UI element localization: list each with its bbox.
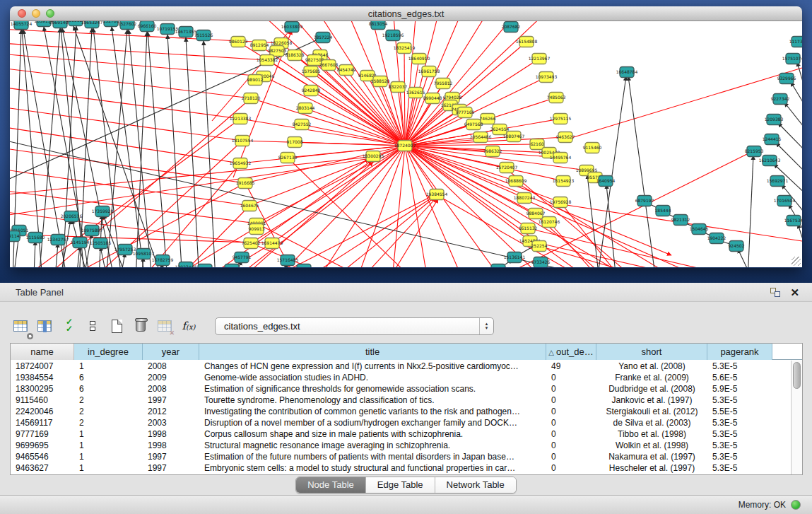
graph-node[interactable]: 6497568 <box>464 119 483 130</box>
graph-node[interactable]: 12213967 <box>529 54 551 64</box>
graph-edge[interactable] <box>389 199 438 267</box>
table-cell[interactable]: 0 <box>546 451 596 462</box>
table-cell[interactable]: 0 <box>546 395 596 406</box>
close-panel-icon[interactable]: ✕ <box>790 287 799 298</box>
graph-edge[interactable] <box>404 48 405 146</box>
graph-node[interactable]: 62160 <box>530 139 544 150</box>
graph-node[interactable]: 1117304 <box>789 37 802 47</box>
graph-edge[interactable] <box>357 146 405 267</box>
table-cell[interactable]: 1 <box>74 440 143 451</box>
graph-node[interactable]: 9463627 <box>556 132 575 143</box>
graph-node[interactable]: 9860123 <box>229 37 248 47</box>
graph-node[interactable]: 1145194 <box>71 238 90 248</box>
graph-node[interactable]: 175432 <box>490 264 507 268</box>
graph-edge[interactable] <box>606 185 616 267</box>
table-cell[interactable]: 6 <box>74 383 143 395</box>
graph-edge[interactable] <box>55 243 58 267</box>
graph-edge[interactable] <box>569 68 802 139</box>
graph-edge[interactable] <box>204 41 216 267</box>
table-cell[interactable]: 1998 <box>143 428 199 440</box>
table-row[interactable]: 969969511998Structural magnetic resonanc… <box>11 440 791 451</box>
graph-node[interactable]: 7986322 <box>483 146 502 157</box>
tab-node-table[interactable]: Node Table <box>296 477 366 493</box>
tab-network-table[interactable]: Network Table <box>435 477 516 493</box>
graph-node[interactable]: 16154923 <box>553 176 575 187</box>
table-cell[interactable]: 2 <box>74 417 143 428</box>
graph-node[interactable]: 535353 <box>296 264 312 268</box>
graph-node[interactable]: 7625402 <box>242 238 261 249</box>
table-cell[interactable]: 1 <box>74 451 143 462</box>
graph-edge[interactable] <box>405 146 549 153</box>
table-cell[interactable]: Corpus callosum shape and size in male p… <box>199 428 546 440</box>
graph-node[interactable]: 19384554 <box>426 189 448 200</box>
column-header-short[interactable]: short <box>596 344 707 360</box>
graph-node[interactable]: 1115680 <box>26 233 45 243</box>
graph-node[interactable]: 10975887 <box>81 226 103 236</box>
graph-node[interactable]: 1733426 <box>531 257 551 268</box>
graph-edge[interactable] <box>405 59 419 146</box>
graph-node[interactable]: 7515526 <box>194 30 213 41</box>
table-cell[interactable]: 1 <box>74 361 143 372</box>
graph-node[interactable]: 7857224 <box>314 33 333 43</box>
graph-node[interactable]: 12975115 <box>550 114 572 124</box>
graph-node[interactable]: 16648784 <box>616 67 638 78</box>
graph-node[interactable]: 18300295 <box>363 151 384 162</box>
graph-node[interactable]: 9115460 <box>583 143 602 153</box>
graph-node[interactable]: 2803144 <box>296 103 315 114</box>
graph-node[interactable]: 9457791 <box>233 252 252 263</box>
graph-node[interactable]: 9227342 <box>771 94 790 105</box>
graph-edge[interactable] <box>39 28 60 267</box>
graph-node[interactable]: 19756928 <box>550 197 572 208</box>
graph-node[interactable]: 8990448 <box>423 93 442 104</box>
network-select[interactable]: citations_edges.txt ▲▼ <box>215 317 494 335</box>
table-cell[interactable]: Estimation of significance thresholds fo… <box>199 383 546 395</box>
graph-node[interactable]: 252254 <box>531 241 548 252</box>
graph-edge[interactable] <box>186 37 199 267</box>
graph-edge[interactable] <box>251 98 405 146</box>
graph-node[interactable]: 1588520 <box>371 76 390 87</box>
graph-node[interactable]: 7485063 <box>547 93 566 103</box>
graph-node[interactable]: 9329966 <box>777 74 796 84</box>
table-cell[interactable]: Tourette syndrome. Phenomenology and cla… <box>199 395 546 406</box>
window-titlebar[interactable]: citations_edges.txt <box>10 6 802 21</box>
table-cell[interactable]: 2012 <box>143 406 199 417</box>
table-cell[interactable]: 2008 <box>143 383 199 395</box>
graph-edge[interactable] <box>587 175 599 267</box>
table-cell[interactable]: 1998 <box>143 440 199 451</box>
graph-node[interactable]: 16210643 <box>759 156 781 166</box>
table-cell[interactable]: 9463627 <box>11 462 74 474</box>
table-cell[interactable]: 5.3E-5 <box>707 428 772 440</box>
table-cell[interactable]: 0 <box>546 372 596 383</box>
table-cell[interactable]: 0 <box>546 406 596 417</box>
table-cell[interactable]: 22420046 <box>11 406 74 417</box>
table-row[interactable]: 946554611997Estimation of the future num… <box>11 451 791 462</box>
table-row[interactable]: 946362711997Embryonic stem cells: a mode… <box>11 462 791 474</box>
table-cell[interactable]: 5.3E-5 <box>707 440 772 451</box>
column-header-pagerank[interactable]: pagerank <box>707 344 772 360</box>
graph-node[interactable]: 989012 <box>247 75 264 86</box>
graph-node[interactable]: 6966160 <box>138 21 157 32</box>
graph-node[interactable]: 8267130 <box>278 153 298 163</box>
table-cell[interactable]: 0 <box>546 383 596 395</box>
row-height-icon[interactable] <box>82 315 103 337</box>
table-cell[interactable]: 9465546 <box>11 451 74 462</box>
table-settings-icon[interactable] <box>10 315 31 337</box>
graph-node[interactable]: 8186328 <box>286 50 305 61</box>
graph-node[interactable]: 39114 <box>10 231 20 242</box>
function-builder-icon[interactable]: f(x) <box>178 315 199 337</box>
scrollbar-thumb[interactable] <box>793 362 801 389</box>
graph-node[interactable]: 1244415 <box>763 134 782 145</box>
table-cell[interactable]: Estimation of the future numbers of pati… <box>199 451 546 462</box>
graph-node[interactable]: 9777169 <box>456 107 475 118</box>
graph-edge[interactable] <box>507 169 636 267</box>
table-cell[interactable]: Jankovic et al. (1997) <box>596 395 707 406</box>
create-table-icon[interactable] <box>106 315 127 337</box>
table-cell[interactable]: 1997 <box>143 451 199 462</box>
column-header-title[interactable]: title <box>199 344 546 360</box>
float-panel-icon[interactable] <box>770 288 780 297</box>
graph-edge[interactable] <box>360 198 436 267</box>
graph-node[interactable]: 2667608 <box>319 60 339 71</box>
graph-node[interactable]: 8322037 <box>389 82 408 93</box>
graph-node[interactable]: 15751074 <box>782 54 802 64</box>
graph-node[interactable]: 7955812 <box>434 78 453 89</box>
